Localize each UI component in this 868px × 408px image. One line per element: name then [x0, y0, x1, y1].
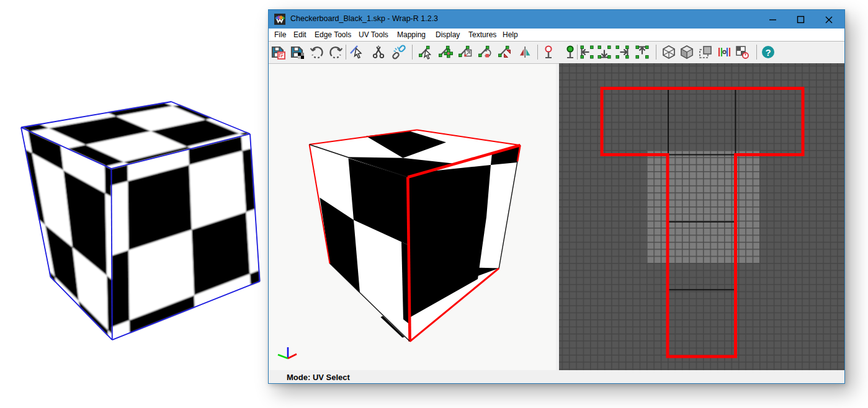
svg-text:?: ?: [765, 47, 771, 58]
